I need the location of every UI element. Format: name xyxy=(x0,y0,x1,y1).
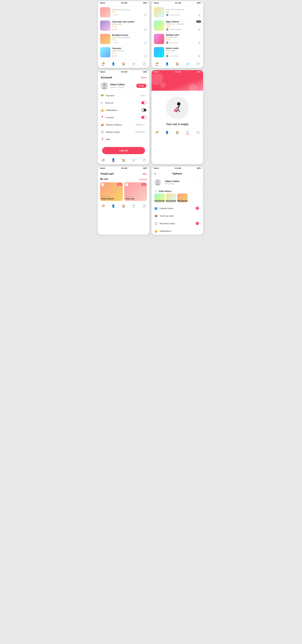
cart-icon-cookies[interactable]: 🛒 xyxy=(144,28,147,31)
location-toggle[interactable] xyxy=(141,116,146,119)
time-2: 9:41 AM xyxy=(121,71,127,73)
cart-icon-cookie[interactable]: 🛒 xyxy=(198,55,201,58)
nav-profile-2[interactable]: 👤 xyxy=(112,158,115,162)
add-button[interactable]: Add xyxy=(142,172,146,175)
battery-3: 100% xyxy=(197,71,201,73)
order-thumb-2[interactable]: Banana split xyxy=(166,194,176,202)
nav-history[interactable]: 🕐 xyxy=(142,62,146,66)
settings-touchid[interactable]: ⊙ Touch ID xyxy=(98,99,149,106)
cart-icon-burrito[interactable]: 🛒 xyxy=(144,41,147,44)
settings-payment[interactable]: 💳 Payment Card › xyxy=(98,92,149,99)
time-right: 9:41 AM xyxy=(175,2,181,4)
nav-home-4[interactable]: 🏠 xyxy=(122,204,125,208)
edit-button[interactable]: ✏ Edit xyxy=(136,84,146,88)
food-card-cookies[interactable]: Chocolate chip cookies White castle Swee… xyxy=(99,19,148,32)
food-meta-eggs: 👤 Gabriel Hamilton 🛒 xyxy=(166,28,201,31)
nav-cart-2[interactable]: 🛒 xyxy=(132,158,136,162)
nav-history-r[interactable]: 🕐 xyxy=(196,62,200,66)
notifications-toggle[interactable] xyxy=(141,108,146,112)
track-order-arrow: › xyxy=(200,214,200,217)
nav-food[interactable]: 🍜 xyxy=(101,62,105,66)
nav-profile-r[interactable]: 👤 xyxy=(165,62,169,66)
close-button[interactable]: ✕ xyxy=(154,172,156,176)
nav-home-r[interactable]: 🏠 xyxy=(176,62,179,66)
logout-button[interactable]: Log out xyxy=(102,147,145,154)
heart-icon: ♥ xyxy=(112,28,113,30)
nav-history-3[interactable]: 🕐 xyxy=(196,131,200,134)
nav-profile[interactable]: 👤 xyxy=(112,62,115,66)
food-cart-header: Food cart Add xyxy=(98,170,149,177)
cart-item-onion[interactable]: × $10 Today 12:00 Onion ring xyxy=(124,182,147,201)
nav-food-4[interactable]: 🍜 xyxy=(101,204,105,208)
nav-food-2[interactable]: 🍜 xyxy=(101,158,105,162)
nav-cart-r[interactable]: 🛒 xyxy=(186,62,189,66)
nav-profile-4[interactable]: 👤 xyxy=(112,204,115,208)
nav-cart[interactable]: 🛒 xyxy=(132,62,136,66)
account-header: Account Done xyxy=(98,74,149,80)
food-name-cookie: Butter cookie xyxy=(166,47,201,49)
food-restaurant-cookie: White castle xyxy=(166,50,201,52)
screen-food-list-left: Sketch 9:41 AM 100% Michelin star restau… xyxy=(98,1,149,68)
options-header: ✕ Options xyxy=(152,170,203,177)
food-card-top[interactable]: Michelin star restaurant Salt ♡ 450 🛒 xyxy=(99,6,148,19)
cart-icon-stew[interactable]: 🛒 xyxy=(198,41,201,44)
options-notifications[interactable]: 🔔 Notifications › xyxy=(152,227,203,235)
food-thumb-tr xyxy=(154,7,164,18)
food-card-stew[interactable]: Mulligan stew Johnny rockets Sweet 👤 Elm… xyxy=(153,32,202,46)
time-left: 9:41 AM xyxy=(121,2,127,4)
food-name-stew: Mulligan stew xyxy=(166,34,201,36)
cart-icon-tr[interactable]: 🛒 xyxy=(198,14,201,16)
chef-avatar-tr: 👤 xyxy=(166,14,169,16)
options-friends-invites[interactable]: 👥 Friends invites 2 › xyxy=(152,204,203,212)
touchid-toggle[interactable] xyxy=(141,101,146,104)
food-tag-stew: Sweet xyxy=(166,39,201,41)
nav-history-2[interactable]: 🕐 xyxy=(142,158,146,162)
food-card-top-right[interactable]: Ruth's chris steakhouse bitter 👤 Lucas G… xyxy=(153,6,202,19)
settings-notifications[interactable]: 🔔 Notifications xyxy=(98,106,149,114)
cart-item-remove-onion[interactable]: × xyxy=(125,183,128,186)
settings-location[interactable]: 📍 Location xyxy=(98,114,149,121)
options-track-order[interactable]: 📦 Track my order › xyxy=(152,212,203,220)
profile-location: Solomon Islands xyxy=(110,86,125,88)
chef-avatar-stew: 👤 xyxy=(166,41,169,44)
nav-home-2[interactable]: 🏠 xyxy=(122,158,125,162)
food-restaurant-stew: Johnny rockets xyxy=(166,36,201,38)
food-card-burrito[interactable]: Breakfast burrito Ruth's chris steakhous… xyxy=(99,32,148,46)
battery-5: 100% xyxy=(197,167,201,169)
cart-item-steak[interactable]: × $10 Today 12:00 Steak sandwich xyxy=(100,182,123,201)
order-thumb-label-1: Banana split xyxy=(154,200,165,202)
order-thumb-1[interactable]: Banana split xyxy=(154,194,165,202)
cart-item-remove-steak[interactable]: × xyxy=(101,183,104,186)
delivery-address-arrow: › xyxy=(146,123,146,126)
nav-profile-3[interactable]: 👤 xyxy=(165,131,169,134)
nav-cart-3[interactable]: 🛒 xyxy=(186,130,189,134)
nav-history-4[interactable]: 🕐 xyxy=(142,204,146,208)
track-order-icon: 📦 xyxy=(154,214,158,218)
cart-icon-eggs[interactable]: 🛒 xyxy=(198,28,201,31)
nav-food-r[interactable]: 🍜 xyxy=(155,62,159,66)
cart-icon-tetrazzini[interactable]: 🛒 xyxy=(144,55,147,58)
toggle-dot xyxy=(144,102,146,104)
settings-delivery-address[interactable]: 🚚 Delivery Address Address 1 › xyxy=(98,121,149,128)
options-profile[interactable]: Adam Collins Hong Kong › xyxy=(152,177,203,188)
settings-delivery-report[interactable]: 📋 Delivery report Immediate › xyxy=(98,128,149,136)
order-thumb-label-3: Banana split xyxy=(177,200,188,202)
order-thumb-3[interactable]: Banana split xyxy=(177,194,188,202)
notifications-icon: 🔔 xyxy=(101,108,104,112)
food-card-tetrazzini[interactable]: Tetrazzini Johnny rockets Sour ♥ 130 🛒 xyxy=(99,46,148,59)
heart-count: 450 xyxy=(115,14,118,16)
nav-food-3[interactable]: 🍜 xyxy=(155,131,159,134)
food-tag-tr: bitter xyxy=(166,11,201,13)
nav-home[interactable]: 🏠 xyxy=(122,62,125,66)
cart-icon[interactable]: 🛒 xyxy=(144,14,147,16)
food-card-eggs[interactable]: Eggs neptune 10% Michelin star restauran… xyxy=(153,19,202,32)
food-meta-burrito: ♡ 641 🛒 xyxy=(112,41,147,44)
settings-help[interactable]: ❓ Help › xyxy=(98,136,149,143)
nav-home-3[interactable]: 🏠 xyxy=(176,131,179,134)
food-card-cookie[interactable]: Butter cookie White castle Sour 👤 Jason … xyxy=(153,46,202,59)
options-received-orders[interactable]: 📋 Received orders 1 › xyxy=(152,220,203,227)
food-name-tetrazzini: Tetrazzini xyxy=(112,47,147,50)
done-button[interactable]: Done xyxy=(141,76,147,79)
nav-cart-4[interactable]: 🛒 xyxy=(132,204,136,208)
delivery-report-icon: 📋 xyxy=(101,130,104,134)
